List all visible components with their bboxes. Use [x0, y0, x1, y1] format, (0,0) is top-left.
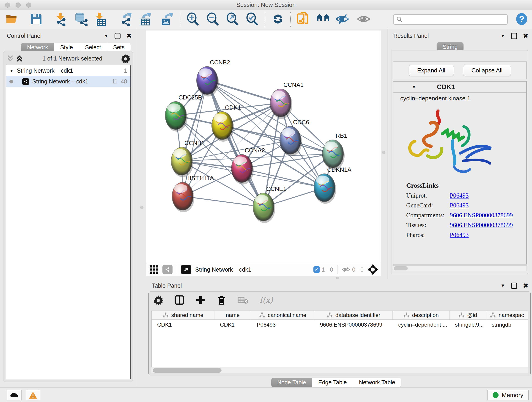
- edge-CCNB2-CCNE1[interactable]: [207, 80, 264, 207]
- grid-mode-icon[interactable]: [149, 265, 158, 274]
- node-HIST1H1A[interactable]: HIST1H1A: [172, 175, 214, 212]
- float-panel-icon[interactable]: [511, 33, 517, 39]
- open-in-window-icon[interactable]: [181, 265, 191, 274]
- tab-node-table[interactable]: Node Table: [271, 378, 312, 387]
- table-cell[interactable]: stringdb: [486, 320, 528, 330]
- panel-menu-icon[interactable]: ▼: [500, 33, 505, 38]
- zoom-selected-icon[interactable]: [246, 12, 259, 27]
- column-header-namespac[interactable]: namespac: [486, 311, 528, 319]
- table-cell[interactable]: 9606.ENSP00000378699: [314, 320, 393, 330]
- scrollbar-thumb[interactable]: [153, 368, 222, 373]
- zoom-out-icon[interactable]: [206, 12, 219, 27]
- window-controls[interactable]: [5, 2, 31, 7]
- float-panel-icon[interactable]: [511, 283, 517, 289]
- edge-CDK1-RB1[interactable]: [222, 126, 333, 154]
- tab-edge-table[interactable]: Edge Table: [312, 378, 353, 387]
- zoom-fit-icon[interactable]: [226, 12, 239, 27]
- delete-column-icon[interactable]: [216, 295, 227, 305]
- node-RB1[interactable]: RB1: [322, 132, 347, 170]
- export-image-icon[interactable]: [160, 12, 173, 27]
- show-eye-icon[interactable]: [357, 13, 370, 26]
- table-cell[interactable]: stringdb:9...: [450, 320, 486, 330]
- table-row[interactable]: CDK1CDK1P064939606.ENSP00000378699cyclin…: [152, 320, 528, 330]
- memory-button[interactable]: Memory: [487, 390, 529, 400]
- node-CDK1[interactable]: CDK1: [211, 104, 241, 142]
- selected-checkbox-icon[interactable]: ✓: [313, 266, 320, 273]
- minimize-window-button[interactable]: [16, 2, 21, 7]
- export-network-icon[interactable]: [119, 12, 132, 27]
- scrollbar-thumb[interactable]: [394, 266, 408, 270]
- copy-network-icon[interactable]: [297, 12, 309, 27]
- crosslink-link[interactable]: P06493: [450, 192, 469, 199]
- refresh-layout-icon[interactable]: [272, 13, 284, 26]
- entry-collapse-icon[interactable]: ▼: [412, 84, 416, 89]
- open-session-icon[interactable]: [6, 13, 19, 26]
- table-cell[interactable]: CDK1: [152, 320, 215, 330]
- import-database-icon[interactable]: [74, 12, 88, 27]
- column-header--id[interactable]: @id: [450, 311, 486, 319]
- show-columns-icon[interactable]: [174, 295, 184, 305]
- node-CCNA1[interactable]: CCNA1: [270, 81, 304, 119]
- warning-button[interactable]: [26, 390, 40, 400]
- gear-icon[interactable]: [121, 54, 130, 63]
- close-panel-icon[interactable]: ✖: [127, 32, 132, 40]
- hide-eye-icon[interactable]: [336, 13, 349, 26]
- collapse-triangle-icon[interactable]: ▼: [9, 68, 14, 73]
- expand-all-button[interactable]: Expand All: [409, 65, 454, 76]
- crosslink-link[interactable]: P06493: [450, 202, 469, 209]
- delete-table-icon[interactable]: [238, 295, 249, 305]
- table-cell[interactable]: CDK1: [215, 320, 251, 330]
- collapse-all-icon[interactable]: [6, 54, 15, 63]
- tab-sets[interactable]: Sets: [107, 43, 131, 52]
- table-settings-gear-icon[interactable]: [153, 295, 163, 305]
- panel-menu-icon[interactable]: ▼: [104, 33, 109, 38]
- edge-CCNA2-CDKN1A[interactable]: [242, 168, 324, 188]
- crosslink-link[interactable]: 9606.ENSP00000378699: [450, 212, 513, 219]
- search-box[interactable]: [393, 14, 508, 25]
- splitter-handle[interactable]: [382, 151, 385, 154]
- table-scrollbar[interactable]: [152, 367, 528, 373]
- network-canvas[interactable]: CCNB2CCNA1CDC25BCDK1CDC6RB1CCNB1CCNA2CDK…: [146, 31, 381, 263]
- function-builder-icon[interactable]: f(x): [260, 295, 273, 305]
- zoom-in-icon[interactable]: [186, 12, 199, 27]
- string-view-icon[interactable]: [162, 265, 172, 274]
- import-table-icon[interactable]: [94, 12, 106, 27]
- string-network-graph[interactable]: CCNB2CCNA1CDC25BCDK1CDC6RB1CCNB1CCNA2CDK…: [146, 31, 381, 263]
- crosslink-link[interactable]: P06493: [450, 231, 469, 239]
- table-cell[interactable]: cyclin–dependent ...: [393, 320, 450, 330]
- cloud-button[interactable]: [7, 390, 22, 400]
- node-CCNE1[interactable]: CCNE1: [253, 185, 286, 223]
- add-column-icon[interactable]: [196, 295, 206, 305]
- splitter-handle[interactable]: [140, 206, 143, 209]
- column-header-description[interactable]: description: [393, 311, 450, 319]
- home-pair-icon[interactable]: [316, 13, 330, 26]
- tab-select[interactable]: Select: [79, 43, 107, 52]
- float-panel-icon[interactable]: [114, 33, 120, 39]
- tab-style[interactable]: Style: [54, 43, 79, 52]
- results-scrollbar[interactable]: [393, 265, 527, 271]
- column-header-name[interactable]: name: [215, 311, 251, 319]
- column-header-shared-name[interactable]: shared name: [152, 311, 215, 319]
- import-network-icon[interactable]: [54, 12, 67, 27]
- save-session-icon[interactable]: [30, 13, 42, 26]
- maximize-window-button[interactable]: [26, 2, 31, 7]
- panel-menu-icon[interactable]: ▼: [500, 283, 505, 288]
- node-CDKN1A[interactable]: CDKN1A: [314, 166, 351, 204]
- edge-CCNA1-HIST1H1A[interactable]: [183, 103, 281, 196]
- close-window-button[interactable]: [5, 2, 10, 7]
- network-row-selected[interactable]: String Network – cdk1 11 48: [6, 76, 130, 87]
- tab-network[interactable]: Network: [21, 43, 54, 52]
- tab-network-table[interactable]: Network Table: [353, 378, 401, 387]
- edge-HIST1H1A-CCNE1[interactable]: [183, 196, 264, 207]
- column-header-database-identifier[interactable]: database identifier: [314, 311, 393, 319]
- network-collection-row[interactable]: ▼ String Network – cdk1 1: [6, 65, 130, 76]
- export-table-icon[interactable]: [139, 12, 152, 27]
- node-table[interactable]: shared namenamecanonical namedatabase id…: [152, 311, 528, 367]
- close-panel-icon[interactable]: ✖: [523, 282, 528, 289]
- crosslink-link[interactable]: 9606.ENSP00000378699: [450, 222, 513, 229]
- expand-all-icon[interactable]: [15, 54, 24, 63]
- help-icon[interactable]: ?: [516, 13, 528, 26]
- table-cell[interactable]: P06493: [251, 320, 314, 330]
- search-input[interactable]: [403, 16, 505, 23]
- column-header-canonical-name[interactable]: canonical name: [251, 311, 314, 319]
